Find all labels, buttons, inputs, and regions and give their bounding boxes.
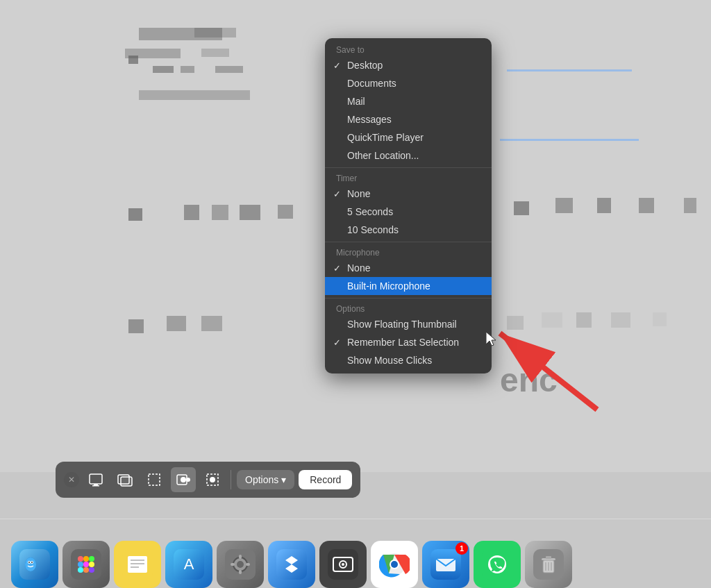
svg-rect-44	[276, 549, 307, 580]
menu-item-remember-selection[interactable]: Remember Last Selection	[325, 333, 492, 351]
capture-selection-button[interactable]	[142, 467, 167, 492]
dock-item-trash[interactable]	[525, 541, 572, 588]
record-selection-button[interactable]	[200, 467, 225, 492]
dock-item-chrome[interactable]	[371, 541, 418, 588]
svg-rect-40	[239, 555, 242, 559]
svg-point-27	[78, 567, 83, 573]
svg-point-25	[83, 562, 89, 567]
dock-item-mail[interactable]: 1	[422, 541, 469, 588]
menu-item-timer-none[interactable]: None	[325, 185, 492, 203]
svg-point-29	[89, 567, 94, 573]
separator-1	[325, 167, 492, 168]
svg-point-49	[342, 563, 344, 566]
capture-window-button[interactable]	[112, 467, 137, 492]
launchpad-icon	[71, 549, 101, 580]
dock-item-launchpad[interactable]	[62, 541, 110, 588]
svg-point-24	[78, 562, 83, 567]
svg-point-53	[391, 561, 398, 568]
menu-item-otherlocation[interactable]: Other Location...	[325, 146, 492, 165]
svg-point-22	[83, 556, 89, 562]
svg-point-19	[31, 562, 33, 563]
svg-rect-61	[546, 556, 551, 559]
svg-rect-5	[149, 474, 160, 485]
options-label: Options	[245, 474, 278, 485]
notes-icon	[122, 549, 153, 580]
bg-text: enc	[500, 361, 558, 399]
finder-icon	[19, 549, 50, 580]
record-screen-icon	[176, 472, 191, 487]
svg-point-23	[89, 556, 94, 562]
svg-rect-42	[231, 563, 235, 566]
dock-inner: A	[0, 525, 583, 588]
svg-point-26	[89, 562, 94, 567]
capture-screen-icon	[88, 472, 103, 487]
whatsapp-icon	[482, 549, 512, 580]
microphone-section-label: Microphone	[325, 245, 492, 259]
svg-point-28	[83, 567, 89, 573]
capture-window-icon	[117, 472, 133, 487]
options-section-label: Options	[325, 301, 492, 315]
systemprefs-icon	[225, 549, 256, 580]
svg-rect-2	[92, 485, 99, 487]
capture-screen-button[interactable]	[83, 467, 108, 492]
menu-item-show-mouse-clicks[interactable]: Show Mouse Clicks	[325, 351, 492, 369]
record-screen-button[interactable]	[171, 467, 196, 492]
options-arrow: ▾	[281, 474, 286, 485]
record-selection-icon	[205, 472, 220, 487]
menu-item-documents[interactable]: Documents	[325, 74, 492, 92]
svg-text:A: A	[184, 555, 194, 573]
svg-point-15	[25, 557, 36, 571]
menu-item-quicktime[interactable]: QuickTime Player	[325, 128, 492, 146]
timer-section-label: Timer	[325, 171, 492, 185]
mail-badge: 1	[455, 542, 468, 555]
svg-rect-1	[94, 484, 98, 485]
record-button[interactable]: Record	[299, 470, 352, 489]
dock-item-appstore[interactable]: A	[165, 541, 212, 588]
menu-item-messages[interactable]: Messages	[325, 110, 492, 128]
dock-item-whatsapp[interactable]	[474, 541, 521, 588]
menu-item-timer-10[interactable]: 10 Seconds	[325, 221, 492, 239]
dock-item-finder[interactable]	[11, 541, 58, 588]
svg-point-21	[78, 556, 83, 562]
separator-3	[325, 298, 492, 299]
dropbox-icon	[276, 549, 307, 580]
svg-point-7	[186, 478, 190, 482]
svg-point-8	[181, 477, 186, 482]
svg-point-10	[210, 477, 215, 482]
screenshot-icon	[328, 549, 358, 580]
menu-item-desktop[interactable]: Desktop	[325, 56, 492, 74]
dock-item-notes[interactable]	[114, 541, 161, 588]
menu-item-mail[interactable]: Mail	[325, 92, 492, 110]
svg-rect-43	[246, 563, 250, 566]
menu-item-floating-thumbnail[interactable]: Show Floating Thumbnail	[325, 315, 492, 333]
dock-item-systemprefs[interactable]	[217, 541, 264, 588]
svg-rect-4	[121, 477, 132, 486]
chrome-icon	[379, 549, 410, 580]
menu-item-mic-none[interactable]: None	[325, 259, 492, 277]
screen-toolbar: ✕ Options	[56, 462, 360, 498]
dock: A	[0, 519, 711, 588]
options-button[interactable]: Options ▾	[237, 470, 294, 489]
capture-selection-icon	[147, 472, 162, 487]
svg-rect-41	[239, 570, 242, 574]
appstore-icon: A	[174, 549, 204, 580]
mail-icon	[430, 549, 461, 580]
context-menu: Save to Desktop Documents Mail Messages …	[325, 38, 492, 373]
menu-item-timer-5[interactable]: 5 Seconds	[325, 203, 492, 221]
svg-point-18	[28, 562, 30, 563]
dock-item-screenshot[interactable]	[319, 541, 367, 588]
menu-item-builtin-mic[interactable]: Built-in Microphone	[325, 277, 492, 295]
toolbar-divider	[231, 470, 231, 489]
trash-icon	[533, 549, 564, 580]
saveto-section-label: Save to	[325, 42, 492, 56]
svg-rect-31	[128, 556, 147, 573]
svg-point-39	[237, 561, 244, 568]
dock-item-dropbox[interactable]	[268, 541, 315, 588]
separator-2	[325, 242, 492, 242]
close-button[interactable]: ✕	[64, 472, 79, 487]
svg-rect-0	[90, 474, 102, 484]
